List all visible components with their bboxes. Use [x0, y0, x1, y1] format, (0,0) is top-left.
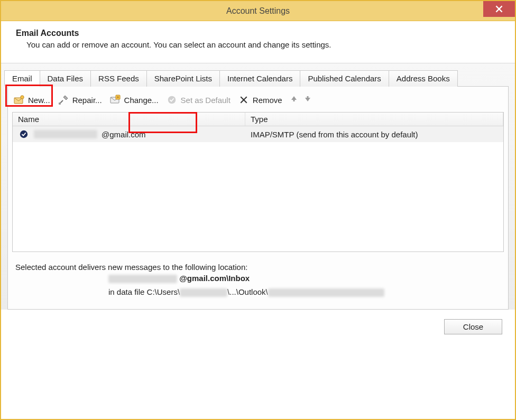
toolbar-label: Repair...	[72, 96, 102, 105]
toolbar-label: Set as Default	[181, 96, 231, 105]
tab-label: Published Calendars	[308, 74, 381, 83]
tab-published-calendars[interactable]: Published Calendars	[300, 70, 389, 87]
svg-rect-11	[293, 99, 294, 101]
button-label: Close	[463, 322, 483, 331]
tab-label: SharePoint Lists	[154, 74, 212, 83]
tab-address-books[interactable]: Address Books	[389, 70, 458, 87]
delivery-location-line2: in data file C:\Users\\...\Outlook\	[15, 285, 501, 299]
tab-email[interactable]: Email	[4, 70, 40, 87]
move-up-button	[290, 95, 298, 105]
header-subtitle: You can add or remove an account. You ca…	[16, 40, 500, 49]
tab-internet-calendars[interactable]: Internet Calendars	[220, 70, 300, 87]
accounts-list-header: Name Type	[13, 113, 503, 126]
change-account-button[interactable]: Change...	[109, 94, 159, 106]
set-default-button: Set as Default	[166, 94, 231, 106]
account-type-cell: IMAP/SMTP (send from this account by def…	[245, 128, 503, 141]
close-icon	[495, 5, 503, 13]
new-account-button[interactable]: New...	[13, 94, 50, 106]
arrow-down-icon	[303, 95, 312, 103]
repair-account-button[interactable]: Repair...	[58, 94, 102, 106]
account-name-suffix: @gmail.com	[102, 130, 146, 139]
window-title: Account Settings	[226, 6, 290, 16]
redacted-account-prefix	[34, 130, 97, 138]
dialog-footer: Close	[1, 310, 515, 345]
toolbar-label: Change...	[124, 96, 159, 105]
svg-point-14	[20, 130, 27, 138]
delivery-intro: Selected account delivers new messages t…	[15, 263, 501, 272]
tab-label: RSS Feeds	[98, 74, 139, 83]
tab-label: Internet Calendars	[227, 74, 292, 83]
tab-label: Email	[12, 74, 32, 83]
tab-label: Data Files	[48, 74, 84, 83]
delivery-location-line1: @gmail.com\Inbox	[15, 272, 501, 285]
redacted-username	[180, 288, 227, 297]
account-settings-window: Account Settings Email Accounts You can …	[0, 0, 516, 420]
check-circle-icon	[166, 94, 178, 106]
tab-label: Address Books	[397, 74, 450, 83]
toolbar-label: Remove	[253, 96, 282, 105]
mail-change-icon	[109, 94, 121, 106]
tab-rss-feeds[interactable]: RSS Feeds	[91, 70, 147, 87]
column-header-type[interactable]: Type	[245, 113, 503, 126]
remove-icon	[238, 94, 250, 106]
tab-data-files[interactable]: Data Files	[40, 70, 91, 87]
account-row[interactable]: @gmail.com IMAP/SMTP (send from this acc…	[13, 126, 503, 142]
svg-rect-4	[59, 102, 61, 105]
delivery-datafile-middle: \...\Outlook\	[227, 287, 268, 296]
toolbar-label: New...	[28, 96, 50, 105]
header-title: Email Accounts	[16, 29, 500, 38]
svg-rect-13	[307, 96, 308, 98]
delivery-location-middle: @gmail.com\Inbox	[179, 274, 250, 283]
redacted-filename	[268, 288, 384, 297]
account-name-cell: @gmail.com	[13, 126, 245, 142]
move-down-button	[303, 95, 312, 105]
svg-marker-10	[291, 96, 297, 100]
svg-point-3	[21, 96, 24, 99]
accounts-list: Name Type @gmail.	[12, 112, 504, 252]
svg-marker-12	[305, 98, 310, 101]
default-account-check-icon	[18, 128, 30, 140]
move-priority-controls	[290, 95, 312, 105]
tools-icon	[58, 94, 69, 106]
close-button[interactable]: Close	[444, 319, 502, 334]
close-window-button[interactable]	[483, 1, 515, 17]
column-header-name[interactable]: Name	[13, 113, 245, 126]
accounts-list-body: @gmail.com IMAP/SMTP (send from this acc…	[13, 126, 503, 251]
svg-point-7	[168, 96, 176, 104]
delivery-datafile-prefix: in data file C:\Users\	[108, 287, 180, 296]
arrow-up-icon	[290, 95, 298, 103]
mail-new-icon	[13, 94, 25, 106]
tab-content: New... Repair...	[7, 86, 509, 310]
redacted-mailbox-prefix	[108, 275, 177, 283]
tab-sharepoint-lists[interactable]: SharePoint Lists	[147, 70, 220, 87]
tab-region: Email Data Files RSS Feeds SharePoint Li…	[1, 63, 515, 310]
remove-account-button[interactable]: Remove	[238, 94, 282, 106]
delivery-location-section: Selected account delivers new messages t…	[12, 252, 504, 298]
header-area: Email Accounts You can add or remove an …	[1, 21, 515, 63]
tab-strip: Email Data Files RSS Feeds SharePoint Li…	[4, 70, 512, 86]
account-toolbar: New... Repair...	[12, 92, 504, 112]
titlebar: Account Settings	[1, 1, 515, 21]
